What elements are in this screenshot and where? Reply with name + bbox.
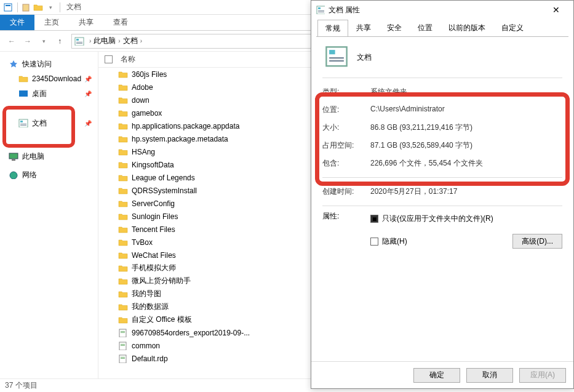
apply-button[interactable]: 应用(A) <box>519 368 566 383</box>
file-name: TvBox <box>132 238 153 247</box>
nav-back-button[interactable]: ← <box>4 33 20 49</box>
value-contains: 226,696 个文件，55,454 个文件夹 <box>370 158 562 169</box>
qat-dropdown-icon[interactable]: ▾ <box>45 2 56 13</box>
document-icon <box>316 6 325 14</box>
qat-props-icon[interactable] <box>2 2 14 13</box>
file-name: 微风上货分销助手 <box>132 276 191 286</box>
crumb-thispc[interactable]: 此电脑 <box>94 36 116 46</box>
qat-separator <box>17 2 18 12</box>
document-large-icon <box>325 46 348 69</box>
divider <box>322 78 562 78</box>
tab-share[interactable]: 共享 <box>348 19 379 36</box>
tab-custom[interactable]: 自定义 <box>493 19 532 36</box>
svg-rect-13 <box>23 4 29 11</box>
readonly-checkbox[interactable]: ■ <box>370 215 378 223</box>
nav-recent-icon[interactable]: ▾ <box>36 33 52 49</box>
nav-forward-button: → <box>20 33 36 49</box>
tab-share[interactable]: 共享 <box>69 15 103 30</box>
label-sizeondisk: 占用空间: <box>322 140 370 151</box>
ok-button[interactable]: 确定 <box>413 368 460 383</box>
folder-icon <box>118 161 128 169</box>
folder-icon <box>118 199 128 208</box>
file-name: 我的数据源 <box>132 302 169 312</box>
sidebar-item-download[interactable]: 2345Download 📌 <box>0 71 98 86</box>
document-icon <box>18 119 28 127</box>
file-name: HSAng <box>132 148 155 156</box>
chevron-right-icon[interactable]: › <box>140 38 142 44</box>
folder-icon <box>118 96 128 105</box>
dialog-titlebar[interactable]: 文档 属性 ✕ <box>311 1 573 19</box>
file-name: 我的导图 <box>132 289 161 299</box>
sidebar-item-label: 2345Download <box>32 74 81 83</box>
tab-home[interactable]: 主页 <box>34 15 69 30</box>
folder-icon <box>18 74 28 83</box>
qat-paste-icon[interactable] <box>20 2 31 13</box>
file-name: Default.rdp <box>132 354 168 363</box>
value-sizeondisk: 87.1 GB (93,526,589,440 字节) <box>370 140 562 151</box>
tab-view[interactable]: 查看 <box>103 15 138 30</box>
close-button[interactable]: ✕ <box>544 1 568 18</box>
file-name: gamebox <box>132 109 162 118</box>
folder-icon <box>118 70 128 79</box>
select-all-checkbox[interactable] <box>105 55 113 63</box>
star-icon <box>9 60 18 68</box>
file-icon <box>118 329 128 337</box>
hidden-checkbox[interactable] <box>370 238 378 246</box>
pin-icon: 📌 <box>84 120 92 127</box>
folder-icon <box>118 303 128 311</box>
readonly-label: 只读(仅应用于文件夹中的文件)(R) <box>382 214 493 224</box>
folder-icon <box>118 83 128 92</box>
chevron-right-icon[interactable]: › <box>118 38 120 44</box>
tab-previous[interactable]: 以前的版本 <box>440 19 493 36</box>
label-created: 创建时间: <box>322 186 370 197</box>
advanced-button[interactable]: 高级(D)... <box>512 234 562 249</box>
chevron-right-icon[interactable]: › <box>89 38 91 44</box>
svg-rect-11 <box>4 4 12 11</box>
qat-folder-icon[interactable] <box>33 2 44 13</box>
folder-icon <box>118 174 128 182</box>
pin-icon: 📌 <box>84 90 92 97</box>
file-name: League of Legends <box>132 174 195 182</box>
sidebar-item-network[interactable]: 网络 <box>0 167 98 182</box>
label-attributes: 属性: <box>322 211 370 251</box>
network-icon <box>9 170 18 179</box>
tab-file[interactable]: 文件 <box>0 15 34 30</box>
sidebar-item-label: 此电脑 <box>22 151 44 162</box>
label-location: 位置: <box>322 105 370 115</box>
sidebar-item-desktop[interactable]: 桌面 📌 <box>0 86 98 101</box>
hidden-label: 隐藏(H) <box>382 236 407 247</box>
sidebar-item-quickaccess[interactable]: 快速访问 <box>0 57 98 71</box>
sidebar-item-docs[interactable]: 文档 📌 <box>0 116 98 130</box>
value-created: 2020年5月27日，01:37:17 <box>370 186 562 197</box>
file-name: 自定义 Office 模板 <box>132 314 192 325</box>
svg-rect-12 <box>6 5 10 6</box>
properties-dialog: 文档 属性 ✕ 常规 共享 安全 位置 以前的版本 自定义 类型:系统文件夹 位… <box>311 0 574 389</box>
sidebar: 快速访问 2345Download 📌 桌面 📌 . 文档 📌 . 此电脑 网络 <box>0 52 98 378</box>
tab-location[interactable]: 位置 <box>410 19 440 36</box>
sidebar-item-label: 快速访问 <box>22 59 52 70</box>
tab-security[interactable]: 安全 <box>379 19 410 36</box>
qat-separator2 <box>60 2 60 12</box>
tab-general[interactable]: 常规 <box>317 20 348 37</box>
file-name: common <box>132 342 160 350</box>
file-name: 手机模拟大师 <box>132 263 176 273</box>
file-name: Adobe <box>132 83 153 92</box>
file-icon <box>118 354 128 363</box>
dialog-buttons: 确定 取消 应用(A) <box>311 361 573 388</box>
folder-icon <box>118 251 128 260</box>
cancel-button[interactable]: 取消 <box>466 368 513 383</box>
dialog-title: 文档 属性 <box>329 5 360 15</box>
crumb-docs[interactable]: 文档 <box>123 36 138 46</box>
folder-icon <box>118 135 128 143</box>
file-name: KingsoftData <box>132 161 174 169</box>
file-name: ServerConfig <box>132 199 175 208</box>
folder-name-input[interactable] <box>357 50 562 64</box>
nav-up-button[interactable]: ↑ <box>52 33 68 49</box>
folder-icon <box>118 225 128 234</box>
dialog-body: 类型:系统文件夹 位置:C:\Users\Administrator 大小:86… <box>316 36 568 361</box>
file-name: 360js Files <box>132 70 167 79</box>
value-location: C:\Users\Administrator <box>370 105 562 115</box>
folder-icon <box>118 109 128 118</box>
sidebar-item-thispc[interactable]: 此电脑 <box>0 149 98 164</box>
file-name: 996709854orders_export2019-09-... <box>132 329 250 337</box>
